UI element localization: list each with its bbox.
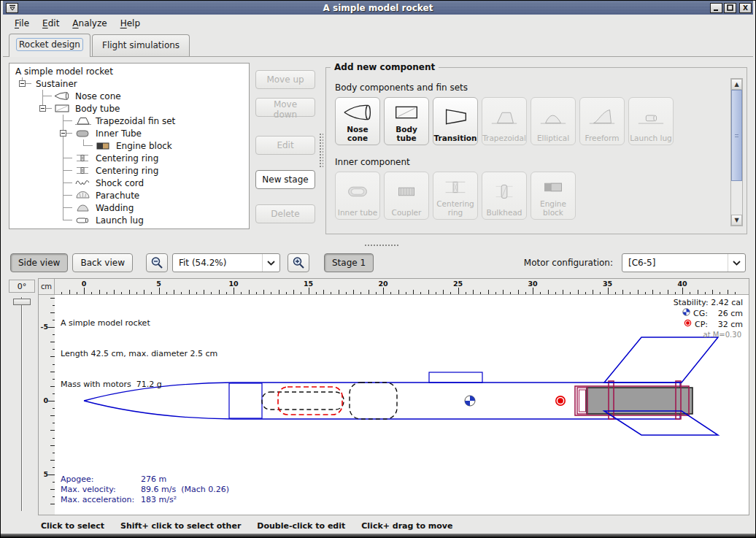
status-hint: Double-click to edit	[257, 521, 345, 531]
horizontal-splitter[interactable]	[3, 242, 753, 249]
motor-configuration-select[interactable]: [C6-5]	[622, 253, 746, 272]
zoom-out-button[interactable]	[146, 253, 168, 272]
add-coupler-button[interactable]: Coupler	[384, 172, 429, 220]
add-fin-trapezoidal-button[interactable]: Trapezoidal	[482, 97, 527, 145]
rotation-slider[interactable]	[9, 297, 35, 511]
mach-note: at M=0.30	[674, 330, 743, 340]
horizontal-ruler: 0510152025303540	[55, 279, 749, 295]
tree-item-body-tube[interactable]: Body tube	[9, 102, 249, 115]
launch-lug-icon	[636, 100, 666, 134]
rocket-design-panel: A simple model rocketSustainerNose coneB…	[3, 57, 753, 242]
section-label: Body components and fin sets	[335, 82, 747, 93]
add-transition-button[interactable]: Transition	[433, 97, 478, 145]
titlebar: A simple model rocket X	[3, 1, 753, 15]
move-up-button[interactable]: Move up	[255, 70, 315, 89]
body-tube-icon	[391, 100, 422, 125]
fin-elliptical-icon	[538, 100, 568, 134]
tree-item-centering-ring[interactable]: Centering ring	[9, 164, 249, 177]
body-tube-icon	[53, 104, 72, 113]
nose-cone-icon	[342, 100, 373, 125]
add-fin-freeform-button[interactable]: Freeform	[579, 97, 625, 145]
add-nose-cone-button[interactable]: Nose cone	[335, 97, 380, 145]
shock-cord-icon	[74, 178, 93, 188]
component-tree[interactable]: A simple model rocketSustainerNose coneB…	[9, 63, 250, 229]
maximize-button[interactable]	[724, 3, 736, 13]
scroll-down-icon[interactable]: ▼	[731, 215, 742, 226]
cp-value: 32 cm	[711, 320, 743, 330]
launch-lug-icon	[74, 215, 93, 225]
app-window: A simple model rocket X FileEditAnalyzeH…	[0, 0, 756, 538]
close-button[interactable]: X	[739, 3, 752, 13]
back-view-button[interactable]: Back view	[72, 253, 133, 272]
tree-item-inner-tube[interactable]: Inner Tube	[9, 127, 249, 139]
new-stage-button[interactable]: New stage	[255, 170, 315, 189]
tree-item-wadding[interactable]: Wadding	[9, 201, 249, 214]
scroll-up-icon[interactable]: ▲	[731, 79, 742, 90]
ruler-unit: cm	[39, 279, 55, 295]
edit-button[interactable]: Edit	[255, 136, 315, 155]
window-frame-bottom	[1, 534, 755, 537]
slider-track[interactable]	[21, 297, 23, 511]
tree-item-shock-cord[interactable]: Shock cord	[9, 177, 249, 189]
add-body-tube-button[interactable]: Body tube	[384, 97, 429, 145]
transition-icon	[440, 100, 471, 134]
zoom-in-button[interactable]	[288, 253, 309, 272]
menu-item-file[interactable]: File	[9, 17, 35, 30]
cg-value: 26 cm	[711, 309, 743, 319]
side-view-button[interactable]: Side view	[10, 253, 68, 272]
add-inner-tube-button[interactable]: Inner tube	[335, 172, 380, 220]
centering-ring-icon	[74, 166, 93, 175]
add-fin-elliptical-button[interactable]: Elliptical	[531, 97, 576, 145]
fin-trapezoidal-icon	[74, 116, 93, 126]
move-down-button[interactable]: Move down	[255, 98, 315, 117]
tab-rocket-design[interactable]: Rocket design	[9, 34, 90, 57]
scrollbar-thumb[interactable]	[731, 90, 742, 181]
status-hint: Click to select	[41, 521, 104, 531]
fin-trapezoidal-icon	[489, 100, 520, 134]
centering-ring-icon	[74, 153, 93, 163]
tree-item-engine-block[interactable]: Engine block	[9, 139, 249, 152]
add-engine-block-button[interactable]: Engine block	[531, 172, 576, 220]
engine-block-icon	[94, 141, 113, 150]
tree-item-nose-cone[interactable]: Nose cone	[9, 90, 249, 102]
zoom-select[interactable]: Fit (54.2%)	[172, 253, 280, 272]
window-menu-icon[interactable]	[6, 3, 18, 13]
tree-collapse-icon[interactable]	[60, 130, 66, 137]
status-bar: Click to selectShift+ click to select ot…	[3, 518, 753, 534]
menu-item-analyze[interactable]: Analyze	[66, 17, 112, 30]
flight-info: Apogee:276 m Max. velocity:89.6 m/s (Mac…	[61, 474, 229, 505]
tree-collapse-icon[interactable]	[39, 105, 46, 112]
tree-collapse-icon[interactable]	[19, 80, 26, 87]
vertical-splitter[interactable]	[315, 63, 325, 242]
menu-item-edit[interactable]: Edit	[36, 17, 65, 30]
add-component-title: Add new component	[331, 62, 439, 72]
delete-button[interactable]: Delete	[255, 204, 315, 223]
apogee-value: 276 m	[141, 474, 166, 485]
status-hint: Click+ drag to move	[361, 521, 452, 531]
slider-handle[interactable]	[13, 299, 31, 305]
rocket-view: 0° cm 0510152025303540 -505 A simple mod…	[3, 277, 753, 518]
menu-item-help[interactable]: Help	[115, 17, 146, 30]
bulkhead-icon	[489, 174, 520, 208]
add-bulkhead-button[interactable]: Bulkhead	[482, 172, 527, 220]
add-launch-lug-button[interactable]: Launch lug	[628, 97, 674, 145]
nose-cone-icon	[53, 91, 72, 101]
menubar: FileEditAnalyzeHelp	[3, 15, 753, 32]
max-acceleration-value: 183 m/s²	[141, 495, 177, 505]
minimize-button[interactable]	[710, 3, 722, 13]
view-toolbar: Side view Back view Fit (54.2%) Stage 1 …	[3, 249, 753, 277]
tree-item-a-simple-model-rocket[interactable]: A simple model rocket	[9, 65, 249, 77]
stage-1-toggle[interactable]: Stage 1	[324, 253, 374, 272]
tree-item-trapezoidal-fin-set[interactable]: Trapezoidal fin set	[9, 115, 249, 127]
tree-item-parachute[interactable]: Parachute	[9, 189, 249, 201]
status-hint: Shift+ click to select other	[120, 521, 241, 531]
tree-item-centering-ring[interactable]: Centering ring	[9, 152, 249, 164]
component-scrollbar[interactable]: ▲ ▼	[730, 78, 743, 226]
add-centering-ring-button[interactable]: Centering ring	[433, 172, 478, 220]
tree-item-launch-lug[interactable]: Launch lug	[9, 214, 249, 226]
tree-item-sustainer[interactable]: Sustainer	[9, 77, 249, 90]
rocket-canvas[interactable]: A simple model rocket Length 42.5 cm, ma…	[55, 295, 749, 515]
stage-actions: Move up Move down Edit New stage Delete	[255, 63, 315, 242]
tab-flight-simulations[interactable]: Flight simulations	[92, 34, 190, 56]
window-title: A simple model rocket	[3, 3, 753, 13]
